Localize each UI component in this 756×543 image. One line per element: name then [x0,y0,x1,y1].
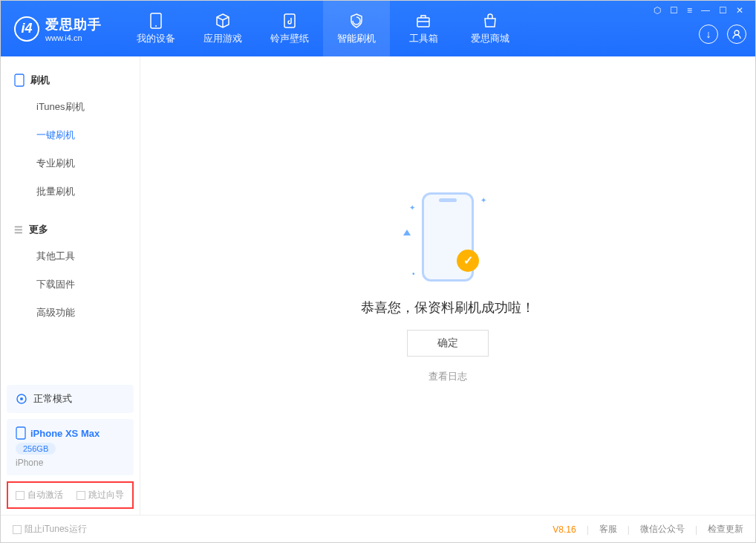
device-name-row: iPhone XS Max [16,426,100,440]
sidebar-group-more: ☰ 更多 其他工具 下载固件 高级功能 [1,206,140,327]
main-content: ✦ ✦ • ✓ 恭喜您，保资料刷机成功啦！ 确定 查看日志 [140,56,755,515]
phone-icon [14,74,25,87]
sparkle-icon: • [412,270,415,278]
footer-link-wechat[interactable]: 微信公众号 [640,523,685,536]
header-action-icons: ↓ [699,25,746,44]
sidebar-group-flash: 刷机 iTunes刷机 一键刷机 专业刷机 批量刷机 [1,56,140,206]
checkbox-icon [76,491,85,500]
footer-link-support[interactable]: 客服 [599,523,617,536]
triangle-icon [403,230,411,235]
checkbox-block-itunes[interactable]: 阻止iTunes运行 [13,523,87,536]
sidebar-item-oneclick-flash[interactable]: 一键刷机 [1,121,140,149]
checkmark-badge-icon: ✓ [457,250,479,272]
version-label: V8.16 [553,524,576,535]
window-controls: ⬡ ☐ ≡ — ☐ ✕ [651,1,746,20]
minimize-button[interactable]: — [701,5,710,16]
main-tabs: 我的设备 应用游戏 铃声壁纸 智能刷机 工具箱 爱思商城 [123,1,524,56]
app-subtitle: www.i4.cn [45,33,102,42]
tab-store[interactable]: 爱思商城 [457,1,524,56]
toolbox-icon [415,13,431,29]
sidebar-item-itunes-flash[interactable]: iTunes刷机 [1,93,140,121]
checkbox-icon [13,525,22,534]
feedback-icon[interactable]: ☐ [670,5,678,16]
sidebar-group-title: 刷机 [1,68,140,93]
list-icon: ☰ [14,224,23,235]
device-icon [148,13,164,29]
ok-button[interactable]: 确定 [407,330,489,357]
sparkle-icon: ✦ [409,204,415,212]
sidebar-item-batch-flash[interactable]: 批量刷机 [1,178,140,206]
svg-point-7 [20,397,23,400]
svg-point-4 [734,30,739,35]
download-button[interactable]: ↓ [699,25,718,44]
tshirt-icon[interactable]: ⬡ [654,5,661,16]
sidebar-group-title: ☰ 更多 [1,217,140,242]
app-title: 爱思助手 [45,16,102,33]
sidebar-item-advanced[interactable]: 高级功能 [1,299,140,327]
view-log-link[interactable]: 查看日志 [428,370,467,383]
svg-rect-3 [417,18,429,27]
cube-icon [215,13,231,29]
tab-label: 智能刷机 [337,32,376,45]
store-icon [482,13,498,29]
device-box[interactable]: iPhone XS Max 256GB iPhone [7,419,134,475]
option-checkboxes: 自动激活 跳过向导 [7,481,134,509]
smart-flash-icon [348,13,365,29]
tab-label: 铃声壁纸 [270,32,309,45]
mode-label: 正常模式 [33,392,72,406]
logo-area: i4 爱思助手 www.i4.cn [1,16,115,42]
checkbox-auto-activate[interactable]: 自动激活 [16,489,63,501]
tab-label: 工具箱 [409,32,438,45]
mode-icon [16,393,27,405]
sidebar-item-download-firmware[interactable]: 下载固件 [1,270,140,299]
tab-label: 我的设备 [137,32,175,45]
mode-box[interactable]: 正常模式 [7,385,134,413]
user-button[interactable] [727,25,746,44]
tab-my-device[interactable]: 我的设备 [123,1,189,56]
device-icon [16,426,26,440]
tab-ringtones-wallpapers[interactable]: 铃声壁纸 [256,1,323,56]
tab-smart-flash[interactable]: 智能刷机 [323,1,390,56]
logo-icon: i4 [14,16,39,42]
header-right: ⬡ ☐ ≡ — ☐ ✕ ↓ [651,1,755,44]
sidebar-item-pro-flash[interactable]: 专业刷机 [1,149,140,178]
music-icon [281,13,298,29]
logo-text: 爱思助手 www.i4.cn [45,16,102,42]
device-type: iPhone [16,458,43,468]
tab-toolbox[interactable]: 工具箱 [390,1,457,56]
checkbox-skip-guide[interactable]: 跳过向导 [76,489,124,501]
group-title-text: 刷机 [30,74,50,87]
app-body: 刷机 iTunes刷机 一键刷机 专业刷机 批量刷机 ☰ 更多 其他工具 下载固… [1,56,755,515]
sparkle-icon: ✦ [480,196,486,204]
sidebar: 刷机 iTunes刷机 一键刷机 专业刷机 批量刷机 ☰ 更多 其他工具 下载固… [1,56,140,515]
menu-icon[interactable]: ≡ [687,5,692,16]
tab-label: 应用游戏 [203,32,242,45]
checkbox-icon [16,491,25,500]
app-header: i4 爱思助手 www.i4.cn 我的设备 应用游戏 铃声壁纸 智能刷机 工具… [1,1,755,56]
svg-point-1 [155,25,157,27]
footer: 阻止iTunes运行 V8.16 | 客服 | 微信公众号 | 检查更新 [1,515,755,543]
success-message: 恭喜您，保资料刷机成功啦！ [361,299,535,316]
tab-label: 爱思商城 [471,32,509,45]
group-title-text: 更多 [29,223,48,236]
success-illustration: ✦ ✦ • ✓ [403,189,492,285]
sidebar-bottom: 正常模式 iPhone XS Max 256GB iPhone 自动激活 跳过向… [1,379,140,515]
maximize-button[interactable]: ☐ [719,5,727,16]
footer-link-update[interactable]: 检查更新 [708,523,743,536]
footer-right: V8.16 | 客服 | 微信公众号 | 检查更新 [553,523,743,536]
svg-rect-5 [15,74,24,86]
device-name-text: iPhone XS Max [30,428,100,439]
storage-badge: 256GB [16,443,56,455]
svg-rect-8 [16,427,25,439]
tab-apps-games[interactable]: 应用游戏 [189,1,256,56]
sidebar-item-other-tools[interactable]: 其他工具 [1,242,140,270]
close-button[interactable]: ✕ [736,5,743,16]
